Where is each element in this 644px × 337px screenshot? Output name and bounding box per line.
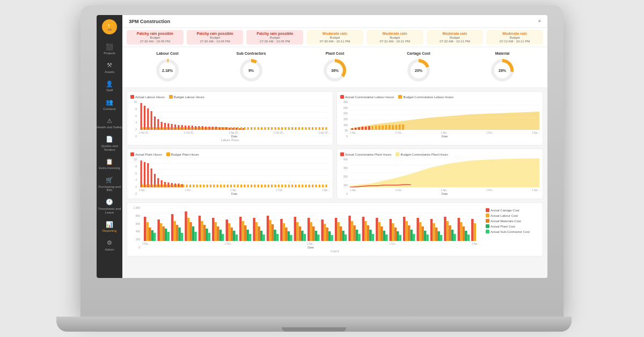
svg-rect-100 bbox=[322, 127, 324, 130]
svg-rect-269 bbox=[299, 226, 301, 241]
sidebar-item-projects[interactable]: ⬛ Projects bbox=[97, 40, 122, 58]
svg-rect-282 bbox=[335, 218, 337, 241]
legend-label-labour-cost: Actual Labour Cost bbox=[491, 214, 518, 217]
sidebar-item-health[interactable]: ⚠ Health and Safety bbox=[97, 114, 122, 133]
reporting-icon: 📊 bbox=[105, 221, 114, 228]
svg-rect-307 bbox=[403, 217, 405, 241]
svg-rect-176 bbox=[247, 185, 249, 187]
svg-rect-167 bbox=[217, 185, 218, 187]
sidebar-label-reporting: Reporting bbox=[103, 229, 116, 233]
svg-rect-313 bbox=[419, 222, 421, 241]
svg-rect-239 bbox=[217, 226, 219, 241]
sidebar-item-reporting[interactable]: 📊 Reporting bbox=[97, 217, 122, 236]
kpi-cartage-label: 20% bbox=[415, 69, 422, 72]
svg-rect-252 bbox=[253, 218, 255, 241]
alert-7: Moderate rain Budget07:12 AM - 10:11 PM bbox=[486, 30, 543, 45]
alert-3: Patchy rain possible Budget27:30 AM - 10… bbox=[246, 30, 303, 45]
svg-rect-80 bbox=[254, 127, 255, 130]
app-container: 🏆 ⬛ Projects ⚒ Assets 👤 Staff bbox=[97, 15, 547, 278]
svg-rect-198 bbox=[322, 185, 324, 187]
sidebar-label-invoicing: Extra Invoicing bbox=[99, 166, 120, 170]
svg-rect-195 bbox=[312, 185, 313, 187]
kpi-labour-label: 2.18% bbox=[162, 69, 173, 72]
chart-costs: 1,0008006004002000 bbox=[127, 202, 543, 257]
svg-rect-255 bbox=[260, 231, 262, 241]
svg-rect-89 bbox=[284, 127, 286, 130]
svg-rect-250 bbox=[246, 230, 248, 241]
charts-area: Actual Labour Hours Budget Labour Hours bbox=[122, 88, 547, 278]
svg-rect-60 bbox=[186, 127, 187, 130]
legend-label-actual-cum-plant: Actual Cummulative Plant Hours bbox=[345, 153, 391, 156]
svg-rect-265 bbox=[288, 231, 290, 241]
quotes-icon: 📄 bbox=[105, 136, 114, 143]
sidebar-item-quotes[interactable]: 📄 Quotes and Tenders bbox=[97, 133, 122, 155]
svg-rect-97 bbox=[312, 127, 313, 130]
svg-rect-75 bbox=[237, 127, 239, 130]
sidebar-item-staff[interactable]: 👤 Staff bbox=[97, 77, 122, 96]
legend-label-cartage: Actual Cartage Cost bbox=[491, 209, 519, 212]
svg-rect-281 bbox=[331, 235, 333, 241]
svg-rect-65 bbox=[203, 127, 204, 130]
svg-rect-247 bbox=[239, 217, 241, 241]
cum-labour-x-axis-label: Date bbox=[350, 135, 539, 138]
svg-rect-241 bbox=[222, 234, 224, 241]
svg-rect-295 bbox=[369, 230, 371, 241]
svg-rect-84 bbox=[268, 127, 269, 130]
legend-budget-cum-labour: Budget Cummulative Labour Hours bbox=[398, 95, 453, 99]
svg-rect-95 bbox=[305, 127, 306, 130]
sidebar-label-projects: Projects bbox=[104, 52, 115, 55]
kpi-labour-donut: 2.18% bbox=[155, 57, 180, 83]
sidebar-item-admin[interactable]: ⚙ Admin bbox=[97, 236, 122, 255]
sidebar-item-contacts[interactable]: 👥 Contacts bbox=[97, 96, 122, 114]
svg-rect-182 bbox=[268, 185, 269, 187]
svg-rect-179 bbox=[258, 185, 259, 187]
svg-rect-287 bbox=[348, 216, 350, 241]
svg-rect-134 bbox=[147, 163, 149, 187]
svg-rect-292 bbox=[362, 217, 364, 241]
kpi-labour-cost: Labour Cost 2.18% bbox=[127, 52, 208, 83]
svg-rect-249 bbox=[244, 225, 246, 241]
sidebar-label-admin: Admin bbox=[105, 248, 114, 252]
kpi-plant-cost: Plant Cost 36% bbox=[294, 52, 376, 83]
svg-rect-166 bbox=[213, 185, 215, 187]
svg-rect-261 bbox=[276, 234, 279, 241]
svg-rect-158 bbox=[186, 185, 187, 187]
svg-rect-159 bbox=[189, 185, 191, 187]
costs-chart-svg bbox=[142, 206, 479, 241]
sidebar-item-invoicing[interactable]: 📋 Extra Invoicing bbox=[97, 155, 122, 173]
svg-rect-215 bbox=[151, 230, 153, 241]
kpi-material-label: 28% bbox=[499, 69, 506, 72]
sidebar-item-timesheets[interactable]: 🕐 Timesheets and Leave bbox=[97, 195, 122, 217]
alert-5-title: Moderate rain bbox=[369, 32, 421, 35]
svg-rect-116 bbox=[371, 126, 374, 130]
projects-icon: ⬛ bbox=[105, 43, 114, 50]
svg-rect-77 bbox=[244, 127, 245, 130]
svg-rect-86 bbox=[274, 127, 276, 130]
svg-rect-258 bbox=[269, 220, 271, 241]
legend-budget-plant: Budget Plant Hours bbox=[166, 152, 199, 156]
timesheets-icon: 🕐 bbox=[105, 199, 114, 206]
svg-rect-283 bbox=[337, 222, 339, 241]
svg-rect-121 bbox=[389, 125, 391, 130]
assets-icon: ⚒ bbox=[105, 62, 114, 69]
svg-rect-251 bbox=[249, 234, 251, 241]
sidebar-item-purchasing[interactable]: 🛒 Purchasing and Bills bbox=[97, 173, 122, 195]
svg-rect-19 bbox=[151, 111, 152, 130]
menu-toggle[interactable]: ≡ bbox=[538, 19, 541, 24]
svg-rect-62 bbox=[193, 127, 194, 130]
chart-labour-hours: Actual Labour Hours Budget Labour Hours bbox=[127, 91, 333, 145]
legend-dot-labour-cost bbox=[486, 214, 489, 217]
svg-rect-262 bbox=[280, 219, 282, 241]
svg-rect-213 bbox=[146, 222, 148, 241]
svg-rect-61 bbox=[189, 127, 191, 130]
svg-rect-304 bbox=[394, 228, 397, 241]
svg-rect-196 bbox=[315, 185, 317, 187]
svg-rect-111 bbox=[355, 128, 357, 130]
svg-rect-146 bbox=[145, 185, 147, 187]
sidebar-label-purchasing: Purchasing and Bills bbox=[97, 185, 122, 192]
svg-rect-181 bbox=[264, 185, 266, 187]
svg-rect-71 bbox=[223, 127, 225, 130]
sidebar-item-assets[interactable]: ⚒ Assets bbox=[97, 58, 122, 77]
svg-rect-184 bbox=[274, 185, 276, 187]
svg-rect-112 bbox=[358, 127, 360, 130]
